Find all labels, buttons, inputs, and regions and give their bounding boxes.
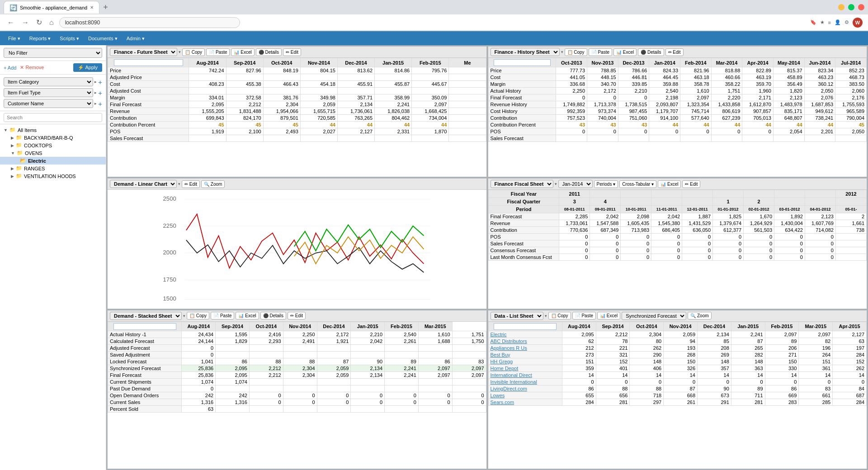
data-cell[interactable]: 44: [300, 122, 337, 128]
data-cell[interactable]: 2,493: [263, 128, 300, 135]
data-cell[interactable]: [263, 135, 300, 142]
fiscal-data-cell[interactable]: 1,607,769: [805, 220, 835, 227]
data-cell[interactable]: 1,179,707: [649, 108, 680, 115]
data-cell[interactable]: 206: [765, 344, 799, 351]
data-cell[interactable]: 283: [765, 399, 799, 405]
fiscal-data-cell[interactable]: [835, 240, 866, 247]
data-cell[interactable]: 83: [799, 385, 833, 392]
data-cell[interactable]: 1,074: [216, 378, 250, 385]
data-cell[interactable]: 2,059: [317, 365, 351, 371]
data-cell[interactable]: [283, 344, 317, 351]
fiscal-data-cell[interactable]: 0: [590, 247, 621, 254]
data-cell[interactable]: 2,042: [351, 338, 385, 344]
data-cell[interactable]: [249, 385, 283, 392]
data-cell[interactable]: 0: [182, 344, 216, 351]
data-cell[interactable]: 454.18: [300, 81, 337, 88]
data-cell[interactable]: 852.23: [835, 67, 867, 74]
data-cell[interactable]: [773, 135, 804, 142]
data-cell[interactable]: 0: [317, 392, 351, 399]
data-cell[interactable]: 0: [587, 128, 618, 135]
data-cell[interactable]: 441.05: [556, 74, 587, 81]
data-cell[interactable]: [375, 74, 412, 81]
fiscal-data-cell[interactable]: 1,264,929: [744, 220, 774, 227]
fiscal-data-cell[interactable]: 0: [651, 254, 682, 261]
data-cell[interactable]: [742, 135, 774, 142]
abs-ff-paste[interactable]: 📄 Paste: [206, 48, 230, 56]
data-cell[interactable]: 359.70: [742, 81, 774, 88]
fiscal-data-cell[interactable]: 2,098: [621, 213, 651, 220]
fiscal-data-cell[interactable]: 0: [774, 254, 805, 261]
abs-add-btn[interactable]: + Add: [4, 65, 16, 70]
fiscal-data-cell[interactable]: 1,892: [774, 213, 805, 220]
data-cell[interactable]: 468.73: [835, 74, 867, 81]
abs-dl2-zoom[interactable]: 🔍 Zoom: [688, 312, 711, 320]
data-cell[interactable]: 271: [765, 351, 799, 358]
data-cell[interactable]: 1,919: [189, 128, 226, 135]
data-cell[interactable]: [249, 344, 283, 351]
data-cell[interactable]: 2,210: [351, 331, 385, 338]
data-cell[interactable]: 2,212: [226, 101, 263, 108]
data-cell[interactable]: 356.49: [773, 81, 804, 88]
data-cell[interactable]: 1,960: [742, 88, 774, 94]
data-cell[interactable]: 44: [711, 122, 742, 128]
fiscal-data-cell[interactable]: 0: [559, 254, 590, 261]
data-cell[interactable]: 0: [283, 392, 317, 399]
data-cell[interactable]: 0: [731, 378, 765, 385]
data-cell[interactable]: [449, 67, 486, 74]
data-cell[interactable]: 2,176: [835, 94, 867, 101]
fiscal-data-cell[interactable]: 0: [805, 254, 835, 261]
data-cell[interactable]: [412, 88, 449, 94]
data-cell[interactable]: 261: [664, 399, 698, 405]
data-cell[interactable]: 2,210: [618, 88, 649, 94]
data-cell[interactable]: 44: [412, 122, 449, 128]
data-cell[interactable]: [449, 94, 486, 101]
data-cell[interactable]: [216, 344, 250, 351]
data-cell[interactable]: 0: [587, 94, 618, 101]
data-cell[interactable]: 2,100: [226, 128, 263, 135]
fiscal-data-cell[interactable]: 2,285: [559, 213, 590, 220]
abs-fh-details[interactable]: ⚫ Details: [638, 48, 664, 56]
data-cell[interactable]: 2,172: [317, 331, 351, 338]
data-cell[interactable]: [449, 115, 486, 122]
fiscal-data-cell[interactable]: 0: [682, 240, 713, 247]
data-cell[interactable]: 89: [385, 358, 419, 365]
fiscal-data-cell[interactable]: 0: [651, 234, 682, 240]
data-cell[interactable]: 577,640: [680, 115, 712, 122]
data-cell[interactable]: 1,688: [418, 338, 452, 344]
data-cell[interactable]: 14: [562, 371, 596, 378]
tab-close-btn[interactable]: ✕: [90, 5, 94, 10]
data-cell[interactable]: 86: [216, 358, 250, 365]
fiscal-data-cell[interactable]: 0: [590, 254, 621, 261]
data-cell[interactable]: 0: [452, 399, 486, 405]
data-cell[interactable]: 655: [562, 392, 596, 399]
data-cell[interactable]: 0: [742, 128, 774, 135]
data-cell[interactable]: 25,836: [182, 371, 216, 378]
data-cell[interactable]: 43: [618, 122, 649, 128]
data-cell[interactable]: 1,655,715: [300, 108, 337, 115]
row-link[interactable]: Sears.com: [491, 400, 514, 405]
data-cell[interactable]: 151: [799, 358, 833, 365]
data-cell[interactable]: 2,172: [587, 88, 618, 94]
data-cell[interactable]: 273: [562, 351, 596, 358]
data-cell[interactable]: 80: [630, 338, 664, 344]
data-cell[interactable]: [216, 351, 250, 358]
row-link[interactable]: HH Gregg: [491, 359, 513, 364]
fiscal-data-cell[interactable]: 0: [590, 234, 621, 240]
data-cell[interactable]: 268: [664, 351, 698, 358]
data-cell[interactable]: 814.86: [375, 67, 412, 74]
data-cell[interactable]: 148: [630, 358, 664, 365]
data-cell[interactable]: 2,050: [835, 128, 867, 135]
data-cell[interactable]: 466.43: [263, 81, 300, 88]
data-cell[interactable]: [418, 344, 452, 351]
data-cell[interactable]: 14: [630, 371, 664, 378]
data-cell[interactable]: 2,095: [216, 365, 250, 371]
data-cell[interactable]: 0: [418, 399, 452, 405]
fiscal-data-cell[interactable]: 1,887: [682, 213, 713, 220]
row-link[interactable]: Invisible International: [491, 379, 537, 385]
fiscal-data-cell[interactable]: 770,636: [559, 227, 590, 234]
data-cell[interactable]: 822.89: [742, 67, 774, 74]
data-cell[interactable]: 401: [596, 365, 630, 371]
data-cell[interactable]: 360.12: [804, 81, 835, 88]
data-cell[interactable]: 751,060: [618, 115, 649, 122]
data-cell[interactable]: [835, 135, 867, 142]
